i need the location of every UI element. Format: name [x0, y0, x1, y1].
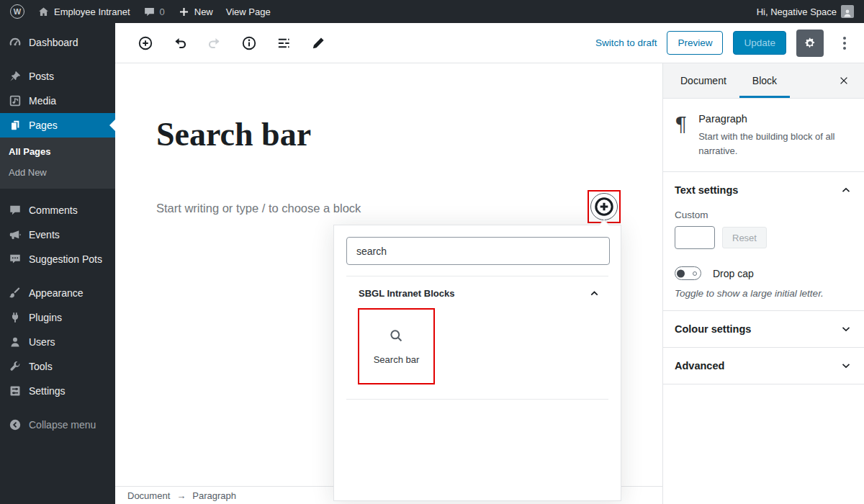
inserter-toggle-button[interactable]	[131, 29, 160, 58]
plug-icon	[9, 311, 22, 324]
sidebar-item-pages[interactable]: Pages	[0, 113, 115, 138]
new-menu[interactable]: New	[178, 6, 213, 18]
megaphone-icon	[9, 228, 22, 241]
greeting-label: Hi, Negative Space	[757, 6, 837, 17]
block-navigation-button[interactable]	[269, 29, 298, 58]
update-button[interactable]: Update	[733, 31, 786, 55]
custom-size-label: Custom	[675, 210, 852, 220]
more-options-button[interactable]	[834, 30, 855, 57]
sidebar-item-media[interactable]: Media	[0, 89, 115, 113]
plus-circle-icon	[138, 35, 153, 51]
view-page-label: View Page	[226, 6, 271, 17]
chevron-down-icon	[840, 323, 852, 336]
avatar	[841, 5, 854, 18]
new-label: New	[194, 6, 213, 17]
redo-button[interactable]	[200, 29, 229, 58]
sidebar-item-tools[interactable]: Tools	[0, 354, 115, 379]
sidebar-item-plugins[interactable]: Plugins	[0, 305, 115, 330]
edit-mode-button[interactable]	[304, 29, 333, 58]
block-category-header[interactable]: SBGL Intranet Blocks	[334, 276, 621, 304]
custom-size-input[interactable]	[675, 226, 715, 249]
close-sidebar-button[interactable]	[831, 63, 857, 98]
editor-toolbar: Switch to draft Preview Update	[115, 23, 864, 63]
preview-button[interactable]: Preview	[667, 31, 723, 55]
sidebar-item-comments[interactable]: Comments	[0, 198, 115, 222]
paragraph-pilcrow-icon: ¶	[675, 115, 687, 158]
sidebar-item-settings[interactable]: Settings	[0, 379, 115, 403]
sidebar-item-label: Suggestion Pots	[29, 253, 102, 265]
submenu-item-all-pages[interactable]: All Pages	[0, 141, 115, 162]
account-menu[interactable]: Hi, Negative Space	[757, 5, 854, 18]
breadcrumb-paragraph[interactable]: Paragraph	[192, 490, 236, 501]
block-tile-label: Search bar	[374, 354, 420, 365]
add-block-button[interactable]	[590, 193, 618, 220]
plus-icon	[178, 6, 190, 18]
comments-icon	[9, 204, 22, 217]
block-search-input[interactable]	[346, 237, 610, 265]
comments-menu[interactable]: 0	[143, 6, 165, 18]
content-structure-button[interactable]	[235, 29, 264, 58]
sidebar-item-label: Events	[29, 229, 60, 240]
post-title-input[interactable]: Search bar	[156, 115, 311, 153]
colour-settings-toggle[interactable]: Colour settings	[675, 323, 852, 336]
collapse-arrow-icon	[9, 418, 22, 431]
undo-icon	[172, 35, 188, 51]
advanced-toggle[interactable]: Advanced	[675, 359, 852, 372]
switch-to-draft-button[interactable]: Switch to draft	[595, 37, 657, 48]
sidebar-item-appearance[interactable]: Appearance	[0, 281, 115, 305]
collapse-menu-button[interactable]: Collapse menu	[0, 413, 115, 437]
breadcrumb-document[interactable]: Document	[127, 490, 170, 501]
sidebar-item-label: Collapse menu	[29, 419, 96, 431]
block-info-text: Paragraph Start with the building block …	[698, 113, 835, 158]
block-card-title: Paragraph	[698, 113, 835, 125]
search-bar-block-tile[interactable]: Search bar	[359, 310, 433, 383]
sidebar-item-label: Media	[29, 95, 56, 107]
dashboard-icon	[9, 36, 22, 49]
admin-bar-left: W Employee Intranet 0 New View Page	[10, 0, 271, 23]
submenu-item-add-new[interactable]: Add New	[0, 162, 115, 183]
sidebar-item-users[interactable]: Users	[0, 330, 115, 354]
sidebar-item-events[interactable]: Events	[0, 222, 115, 247]
chevron-up-icon	[588, 287, 600, 300]
drop-cap-help-text: Toggle to show a large initial letter.	[675, 288, 852, 299]
reset-button[interactable]: Reset	[722, 227, 767, 248]
view-page-menu[interactable]: View Page	[226, 6, 271, 17]
comment-count: 0	[160, 6, 165, 17]
settings-gear-button[interactable]	[796, 30, 824, 57]
pencil-icon	[310, 35, 326, 51]
editor-actions: Switch to draft Preview Update	[595, 30, 855, 57]
settings-icon	[9, 384, 22, 397]
breadcrumb-arrow-icon: →	[176, 490, 186, 501]
media-icon	[9, 94, 22, 107]
pages-icon	[9, 119, 22, 132]
sidebar-item-label: Plugins	[29, 312, 62, 323]
tab-document[interactable]: Document	[667, 63, 739, 98]
block-inserter-popup: SBGL Intranet Blocks Search bar	[333, 225, 621, 501]
comment-bubble-icon	[143, 6, 156, 18]
info-icon	[241, 35, 257, 51]
gear-icon	[803, 36, 817, 50]
colour-settings-title: Colour settings	[675, 323, 751, 335]
ellipsis-icon	[843, 37, 846, 40]
drop-cap-toggle[interactable]	[675, 266, 701, 280]
sidebar-item-dashboard[interactable]: Dashboard	[0, 30, 115, 55]
text-settings-toggle[interactable]: Text settings	[675, 184, 852, 197]
home-icon	[37, 6, 50, 18]
wrench-icon	[9, 360, 22, 373]
undo-button[interactable]	[166, 29, 194, 58]
tab-block[interactable]: Block	[739, 63, 790, 98]
sidebar-item-label: Tools	[29, 361, 53, 372]
wordpress-logo-icon[interactable]: W	[10, 4, 24, 19]
drop-cap-row: Drop cap	[675, 266, 852, 280]
site-name-menu[interactable]: Employee Intranet	[37, 6, 130, 18]
paragraph-block-placeholder[interactable]: Start writing or type / to choose a bloc…	[156, 202, 361, 215]
admin-bar: W Employee Intranet 0 New View Page Hi, …	[0, 0, 864, 23]
block-info-card: ¶ Paragraph Start with the building bloc…	[663, 99, 864, 172]
sidebar-item-label: Comments	[29, 204, 78, 216]
chevron-up-icon	[840, 184, 852, 197]
menu-separator	[0, 271, 115, 281]
sidebar-item-posts[interactable]: Posts	[0, 64, 115, 89]
annotation-red-box-search-bar-block: Search bar	[358, 308, 435, 384]
sidebar-item-suggestion-pots[interactable]: Suggestion Pots	[0, 247, 115, 271]
settings-tabs: Document Block	[663, 63, 864, 99]
